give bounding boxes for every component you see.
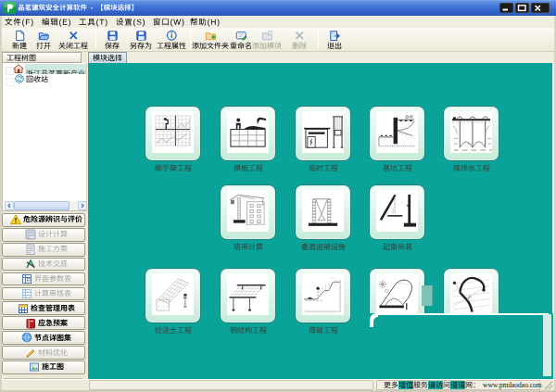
svg-text:R: R bbox=[26, 277, 31, 283]
